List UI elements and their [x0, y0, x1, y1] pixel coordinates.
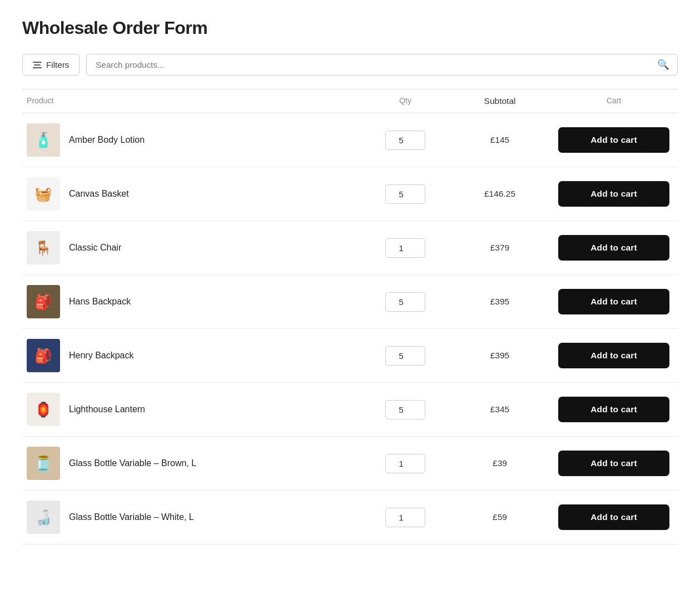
product-name: Canvas Basket — [69, 189, 129, 199]
cart-cell: Add to cart — [550, 127, 678, 153]
add-to-cart-button[interactable]: Add to cart — [558, 235, 669, 261]
filters-button[interactable]: Filters — [22, 54, 80, 76]
product-name: Glass Bottle Variable – Brown, L — [69, 458, 196, 468]
product-cell: 🪑 Classic Chair — [22, 231, 361, 264]
cart-cell: Add to cart — [550, 504, 678, 530]
qty-cell — [361, 184, 450, 204]
qty-cell — [361, 454, 450, 473]
cart-cell: Add to cart — [550, 451, 678, 476]
header-qty: Qty — [361, 96, 450, 106]
product-thumbnail-icon: 🫙 — [34, 455, 52, 472]
add-to-cart-button[interactable]: Add to cart — [558, 343, 669, 368]
qty-input[interactable] — [385, 346, 425, 366]
subtotal-cell: £146.25 — [450, 189, 550, 199]
qty-cell — [361, 238, 450, 258]
qty-input[interactable] — [385, 131, 425, 150]
cart-cell: Add to cart — [550, 397, 678, 422]
cart-cell: Add to cart — [550, 343, 678, 368]
subtotal-cell: £395 — [450, 351, 550, 361]
product-cell: 🎒 Henry Backpack — [22, 339, 361, 372]
add-to-cart-button[interactable]: Add to cart — [558, 504, 669, 530]
product-cell: 🍶 Glass Bottle Variable – White, L — [22, 501, 361, 534]
header-cart: Cart — [550, 96, 678, 106]
subtotal-cell: £59 — [450, 512, 550, 522]
qty-input[interactable] — [385, 508, 425, 527]
qty-input[interactable] — [385, 238, 425, 258]
product-cell: 🫙 Glass Bottle Variable – Brown, L — [22, 447, 361, 480]
product-thumbnail-icon: 🪑 — [34, 239, 52, 256]
product-thumbnail: 🎒 — [27, 285, 60, 318]
table-row: 🏮 Lighthouse Lantern £345 Add to cart — [22, 383, 678, 437]
product-thumbnail-icon: 🎒 — [34, 293, 52, 310]
subtotal-cell: £395 — [450, 297, 550, 307]
product-name: Amber Body Lotion — [69, 135, 145, 145]
subtotal-cell: £379 — [450, 243, 550, 253]
qty-input[interactable] — [385, 184, 425, 204]
product-name: Classic Chair — [69, 243, 121, 253]
cart-cell: Add to cart — [550, 235, 678, 261]
product-cell: 🧺 Canvas Basket — [22, 177, 361, 211]
product-thumbnail: 🎒 — [27, 339, 60, 372]
table-row: 🎒 Hans Backpack £395 Add to cart — [22, 275, 678, 329]
table-header: Product Qty Subtotal Cart — [22, 89, 678, 113]
qty-cell — [361, 292, 450, 312]
product-name: Hans Backpack — [69, 297, 131, 307]
qty-input[interactable] — [385, 400, 425, 419]
product-cell: 🏮 Lighthouse Lantern — [22, 393, 361, 426]
subtotal-cell: £145 — [450, 135, 550, 145]
qty-cell — [361, 131, 450, 150]
search-wrapper: 🔍 — [86, 54, 678, 76]
table-row: 🧴 Amber Body Lotion £145 Add to cart — [22, 113, 678, 167]
filter-icon — [33, 62, 42, 68]
subtotal-cell: £39 — [450, 458, 550, 468]
product-thumbnail: 🍶 — [27, 501, 60, 534]
product-thumbnail: 🪑 — [27, 231, 60, 264]
table-row: 🎒 Henry Backpack £395 Add to cart — [22, 329, 678, 383]
table-row: 🪑 Classic Chair £379 Add to cart — [22, 221, 678, 275]
table-row: 🫙 Glass Bottle Variable – Brown, L £39 A… — [22, 437, 678, 491]
product-thumbnail: 🧴 — [27, 123, 60, 157]
product-thumbnail: 🧺 — [27, 177, 60, 211]
add-to-cart-button[interactable]: Add to cart — [558, 181, 669, 207]
product-name: Henry Backpack — [69, 351, 134, 361]
product-thumbnail: 🏮 — [27, 393, 60, 426]
qty-input[interactable] — [385, 292, 425, 312]
search-icon: 🔍 — [657, 59, 677, 71]
product-name: Glass Bottle Variable – White, L — [69, 512, 194, 522]
header-product: Product — [22, 96, 361, 106]
qty-cell — [361, 346, 450, 366]
product-thumbnail: 🫙 — [27, 447, 60, 480]
header-subtotal: Subtotal — [450, 96, 550, 106]
cart-cell: Add to cart — [550, 181, 678, 207]
table-row: 🍶 Glass Bottle Variable – White, L £59 A… — [22, 491, 678, 544]
qty-cell — [361, 400, 450, 419]
page-title: Wholesale Order Form — [22, 18, 678, 38]
product-thumbnail-icon: 🎒 — [34, 347, 52, 364]
add-to-cart-button[interactable]: Add to cart — [558, 289, 669, 314]
cart-cell: Add to cart — [550, 289, 678, 314]
product-thumbnail-icon: 🧺 — [34, 186, 52, 202]
search-input[interactable] — [87, 54, 657, 75]
product-thumbnail-icon: 🍶 — [34, 509, 52, 526]
add-to-cart-button[interactable]: Add to cart — [558, 451, 669, 476]
toolbar: Filters 🔍 — [22, 54, 678, 76]
add-to-cart-button[interactable]: Add to cart — [558, 127, 669, 153]
filters-label: Filters — [46, 60, 69, 69]
subtotal-cell: £345 — [450, 404, 550, 414]
product-thumbnail-icon: 🏮 — [34, 401, 52, 418]
product-cell: 🎒 Hans Backpack — [22, 285, 361, 318]
qty-cell — [361, 508, 450, 527]
product-table: 🧴 Amber Body Lotion £145 Add to cart 🧺 C… — [22, 113, 678, 544]
table-row: 🧺 Canvas Basket £146.25 Add to cart — [22, 167, 678, 221]
qty-input[interactable] — [385, 454, 425, 473]
product-name: Lighthouse Lantern — [69, 404, 145, 414]
product-cell: 🧴 Amber Body Lotion — [22, 123, 361, 157]
add-to-cart-button[interactable]: Add to cart — [558, 397, 669, 422]
product-thumbnail-icon: 🧴 — [34, 132, 52, 148]
